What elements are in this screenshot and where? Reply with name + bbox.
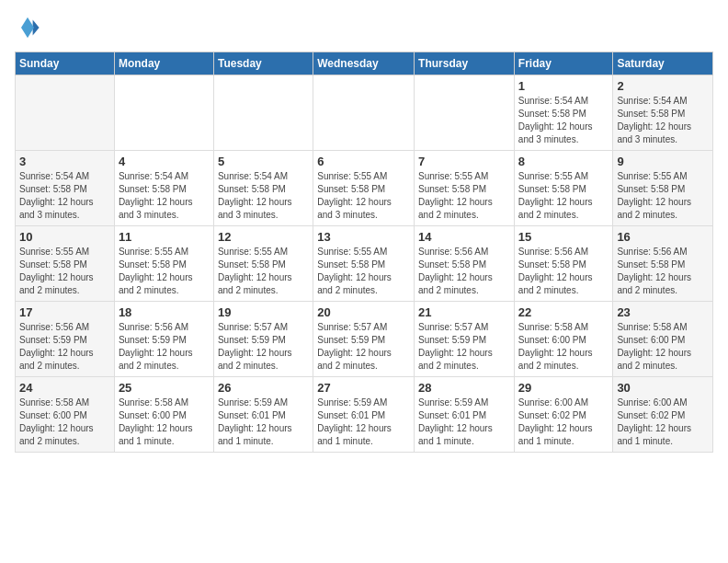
day-info: Sunrise: 5:55 AM Sunset: 5:58 PM Dayligh… (218, 246, 309, 297)
weekday-wednesday: Wednesday (313, 52, 415, 75)
day-info: Sunrise: 5:58 AM Sunset: 6:00 PM Dayligh… (617, 321, 709, 373)
day-number: 25 (119, 381, 210, 395)
calendar-cell (16, 75, 115, 151)
weekday-sunday: Sunday (16, 52, 115, 75)
day-info: Sunrise: 5:55 AM Sunset: 5:58 PM Dayligh… (119, 246, 210, 297)
day-number: 13 (317, 230, 410, 244)
calendar-cell: 28Sunrise: 5:59 AM Sunset: 6:01 PM Dayli… (415, 377, 515, 453)
calendar-cell (313, 75, 415, 151)
day-number: 21 (418, 305, 510, 319)
calendar-cell: 10Sunrise: 5:55 AM Sunset: 5:58 PM Dayli… (16, 226, 115, 302)
logo (15, 15, 44, 40)
weekday-monday: Monday (114, 52, 213, 75)
calendar-cell: 27Sunrise: 5:59 AM Sunset: 6:01 PM Dayli… (313, 377, 415, 453)
calendar-cell (114, 75, 213, 151)
day-info: Sunrise: 5:56 AM Sunset: 5:58 PM Dayligh… (418, 246, 510, 297)
day-number: 23 (617, 305, 709, 319)
weekday-friday: Friday (514, 52, 613, 75)
calendar-cell: 21Sunrise: 5:57 AM Sunset: 5:59 PM Dayli… (415, 302, 515, 377)
weekday-header-row: SundayMondayTuesdayWednesdayThursdayFrid… (16, 52, 713, 75)
day-number: 19 (218, 305, 309, 319)
day-info: Sunrise: 5:54 AM Sunset: 5:58 PM Dayligh… (617, 95, 709, 146)
day-number: 22 (518, 305, 609, 319)
day-number: 28 (418, 381, 510, 395)
weekday-tuesday: Tuesday (213, 52, 313, 75)
calendar-table: SundayMondayTuesdayWednesdayThursdayFrid… (15, 52, 713, 453)
day-number: 15 (518, 230, 609, 244)
day-info: Sunrise: 5:58 AM Sunset: 6:00 PM Dayligh… (119, 396, 210, 448)
svg-marker-1 (21, 17, 34, 38)
calendar-cell: 4Sunrise: 5:54 AM Sunset: 5:58 PM Daylig… (114, 151, 213, 226)
calendar-cell: 14Sunrise: 5:56 AM Sunset: 5:58 PM Dayli… (415, 226, 515, 302)
day-info: Sunrise: 5:59 AM Sunset: 6:01 PM Dayligh… (218, 396, 309, 448)
calendar-cell: 25Sunrise: 5:58 AM Sunset: 6:00 PM Dayli… (114, 377, 213, 453)
day-number: 10 (19, 230, 110, 244)
day-info: Sunrise: 5:55 AM Sunset: 5:58 PM Dayligh… (418, 170, 510, 222)
day-info: Sunrise: 5:55 AM Sunset: 5:58 PM Dayligh… (518, 170, 609, 222)
day-info: Sunrise: 6:00 AM Sunset: 6:02 PM Dayligh… (518, 396, 609, 448)
calendar-cell: 15Sunrise: 5:56 AM Sunset: 5:58 PM Dayli… (514, 226, 613, 302)
day-info: Sunrise: 5:55 AM Sunset: 5:58 PM Dayligh… (19, 246, 110, 297)
day-info: Sunrise: 5:57 AM Sunset: 5:59 PM Dayligh… (317, 321, 410, 373)
calendar-cell: 1Sunrise: 5:54 AM Sunset: 5:58 PM Daylig… (514, 75, 613, 151)
calendar-cell: 22Sunrise: 5:58 AM Sunset: 6:00 PM Dayli… (514, 302, 613, 377)
day-number: 2 (617, 79, 709, 93)
day-number: 4 (119, 155, 210, 168)
weekday-thursday: Thursday (415, 52, 515, 75)
calendar-cell: 12Sunrise: 5:55 AM Sunset: 5:58 PM Dayli… (213, 226, 313, 302)
day-info: Sunrise: 5:57 AM Sunset: 5:59 PM Dayligh… (418, 321, 510, 373)
logo-icon (15, 15, 40, 40)
day-info: Sunrise: 5:55 AM Sunset: 5:58 PM Dayligh… (317, 246, 410, 297)
day-number: 6 (317, 155, 410, 168)
day-info: Sunrise: 5:57 AM Sunset: 5:59 PM Dayligh… (218, 321, 309, 373)
day-info: Sunrise: 5:56 AM Sunset: 5:59 PM Dayligh… (19, 321, 110, 373)
day-info: Sunrise: 5:54 AM Sunset: 5:58 PM Dayligh… (218, 170, 309, 222)
day-number: 8 (518, 155, 609, 168)
calendar-cell: 29Sunrise: 6:00 AM Sunset: 6:02 PM Dayli… (514, 377, 613, 453)
calendar-cell: 19Sunrise: 5:57 AM Sunset: 5:59 PM Dayli… (213, 302, 313, 377)
day-number: 9 (617, 155, 709, 168)
calendar-week-5: 24Sunrise: 5:58 AM Sunset: 6:00 PM Dayli… (16, 377, 713, 453)
calendar-week-1: 1Sunrise: 5:54 AM Sunset: 5:58 PM Daylig… (16, 75, 713, 151)
day-info: Sunrise: 5:54 AM Sunset: 5:58 PM Dayligh… (19, 170, 110, 222)
calendar-cell: 6Sunrise: 5:55 AM Sunset: 5:58 PM Daylig… (313, 151, 415, 226)
calendar-cell: 2Sunrise: 5:54 AM Sunset: 5:58 PM Daylig… (613, 75, 713, 151)
calendar-week-4: 17Sunrise: 5:56 AM Sunset: 5:59 PM Dayli… (16, 302, 713, 377)
day-info: Sunrise: 5:54 AM Sunset: 5:58 PM Dayligh… (119, 170, 210, 222)
calendar-cell: 24Sunrise: 5:58 AM Sunset: 6:00 PM Dayli… (16, 377, 115, 453)
calendar-cell: 26Sunrise: 5:59 AM Sunset: 6:01 PM Dayli… (213, 377, 313, 453)
day-number: 1 (518, 79, 609, 93)
day-info: Sunrise: 5:56 AM Sunset: 5:58 PM Dayligh… (617, 246, 709, 297)
calendar-cell: 3Sunrise: 5:54 AM Sunset: 5:58 PM Daylig… (16, 151, 115, 226)
calendar-cell: 16Sunrise: 5:56 AM Sunset: 5:58 PM Dayli… (613, 226, 713, 302)
calendar-cell: 13Sunrise: 5:55 AM Sunset: 5:58 PM Dayli… (313, 226, 415, 302)
calendar-week-2: 3Sunrise: 5:54 AM Sunset: 5:58 PM Daylig… (16, 151, 713, 226)
day-number: 17 (19, 305, 110, 319)
day-number: 24 (19, 381, 110, 395)
day-info: Sunrise: 5:55 AM Sunset: 5:58 PM Dayligh… (617, 170, 709, 222)
day-number: 14 (418, 230, 510, 244)
day-number: 29 (518, 381, 609, 395)
weekday-saturday: Saturday (613, 52, 713, 75)
calendar-cell: 9Sunrise: 5:55 AM Sunset: 5:58 PM Daylig… (613, 151, 713, 226)
day-number: 12 (218, 230, 309, 244)
day-info: Sunrise: 5:58 AM Sunset: 6:00 PM Dayligh… (19, 396, 110, 448)
day-info: Sunrise: 5:56 AM Sunset: 5:58 PM Dayligh… (518, 246, 609, 297)
day-info: Sunrise: 5:59 AM Sunset: 6:01 PM Dayligh… (317, 396, 410, 448)
day-number: 11 (119, 230, 210, 244)
day-info: Sunrise: 5:54 AM Sunset: 5:58 PM Dayligh… (518, 95, 609, 146)
calendar-week-3: 10Sunrise: 5:55 AM Sunset: 5:58 PM Dayli… (16, 226, 713, 302)
calendar-cell (213, 75, 313, 151)
calendar-cell: 8Sunrise: 5:55 AM Sunset: 5:58 PM Daylig… (514, 151, 613, 226)
day-number: 26 (218, 381, 309, 395)
day-number: 7 (418, 155, 510, 168)
calendar-cell: 30Sunrise: 6:00 AM Sunset: 6:02 PM Dayli… (613, 377, 713, 453)
day-info: Sunrise: 5:56 AM Sunset: 5:59 PM Dayligh… (119, 321, 210, 373)
calendar-cell: 11Sunrise: 5:55 AM Sunset: 5:58 PM Dayli… (114, 226, 213, 302)
day-number: 18 (119, 305, 210, 319)
page-header (15, 15, 713, 40)
day-number: 20 (317, 305, 410, 319)
calendar-body: 1Sunrise: 5:54 AM Sunset: 5:58 PM Daylig… (16, 75, 713, 453)
calendar-cell: 23Sunrise: 5:58 AM Sunset: 6:00 PM Dayli… (613, 302, 713, 377)
day-number: 16 (617, 230, 709, 244)
